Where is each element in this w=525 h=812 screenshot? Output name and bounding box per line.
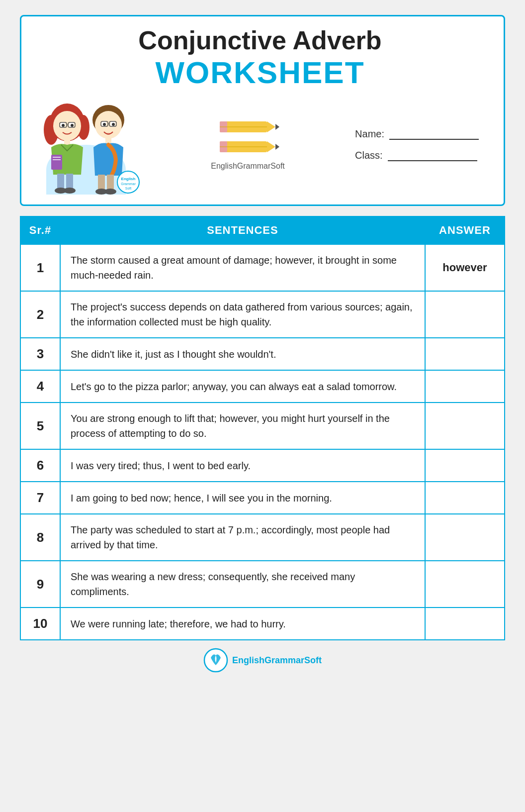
table-row: 10We were running late; therefore, we ha… bbox=[20, 608, 505, 640]
row-sentence: We were running late; therefore, we had … bbox=[60, 608, 425, 640]
svg-rect-15 bbox=[57, 174, 64, 190]
svg-marker-45 bbox=[275, 144, 279, 150]
table-row: 7I am going to bed now; hence, I will se… bbox=[20, 482, 505, 514]
row-sentence: She didn't like it, just as I thought sh… bbox=[60, 338, 425, 370]
table-header-row: Sr.# SENTENCES ANSWER bbox=[20, 216, 505, 244]
footer: EnglishGrammarSoft bbox=[203, 648, 322, 673]
title-line2: WORKSHEET bbox=[156, 55, 365, 90]
row-sr: 6 bbox=[20, 449, 60, 482]
table-row: 1The storm caused a great amount of dama… bbox=[20, 244, 505, 291]
row-sentence: The party was scheduled to start at 7 p.… bbox=[60, 514, 425, 561]
row-sr: 4 bbox=[20, 370, 60, 403]
row-sentence: Let's go to the pizza parlor; anyway, yo… bbox=[60, 370, 425, 403]
footer-brand: EnglishGrammarSoft bbox=[232, 655, 322, 666]
cartoon-illustration: English Grammar Soft bbox=[31, 95, 141, 195]
row-sr: 5 bbox=[20, 403, 60, 449]
svg-text:Soft: Soft bbox=[125, 187, 132, 190]
brand-label: EnglishGrammarSoft bbox=[211, 162, 285, 171]
footer-logo-icon bbox=[203, 648, 228, 673]
svg-rect-16 bbox=[66, 174, 73, 190]
table-row: 6I was very tired; thus, I went to bed e… bbox=[20, 449, 505, 482]
row-sr: 9 bbox=[20, 561, 60, 608]
title-line1: Conjunctive Adverb bbox=[138, 26, 381, 55]
row-sentence: The storm caused a great amount of damag… bbox=[60, 244, 425, 291]
svg-text:Grammar: Grammar bbox=[121, 182, 136, 186]
svg-point-18 bbox=[64, 188, 76, 194]
svg-point-23 bbox=[103, 123, 106, 126]
table-row: 9She was wearing a new dress; consequent… bbox=[20, 561, 505, 608]
svg-point-6 bbox=[62, 124, 65, 127]
svg-point-7 bbox=[71, 124, 74, 127]
table-row: 4Let's go to the pizza parlor; anyway, y… bbox=[20, 370, 505, 403]
name-label: Name: bbox=[355, 128, 384, 140]
row-sentence: She was wearing a new dress; consequentl… bbox=[60, 561, 425, 608]
pencil-decoration: EnglishGrammarSoft bbox=[211, 119, 285, 171]
table-row: 8The party was scheduled to start at 7 p… bbox=[20, 514, 505, 561]
row-answer bbox=[425, 561, 505, 608]
svg-rect-30 bbox=[107, 175, 114, 191]
header-sr: Sr.# bbox=[20, 216, 60, 244]
svg-marker-39 bbox=[267, 121, 275, 132]
row-sr: 8 bbox=[20, 514, 60, 561]
row-answer bbox=[425, 291, 505, 338]
row-sentence: You are strong enough to lift that; howe… bbox=[60, 403, 425, 449]
answer-text: however bbox=[442, 261, 487, 274]
name-underline[interactable] bbox=[389, 129, 479, 140]
svg-text:English: English bbox=[121, 177, 136, 181]
row-answer bbox=[425, 403, 505, 449]
class-label: Class: bbox=[355, 150, 383, 161]
row-sentence: The project's success depends on data ga… bbox=[60, 291, 425, 338]
table-row: 2The project's success depends on data g… bbox=[20, 291, 505, 338]
row-answer bbox=[425, 338, 505, 370]
row-sr: 7 bbox=[20, 482, 60, 514]
svg-point-24 bbox=[112, 123, 115, 126]
row-answer bbox=[425, 482, 505, 514]
row-sr: 10 bbox=[20, 608, 60, 640]
svg-marker-40 bbox=[275, 124, 279, 130]
table-row: 3She didn't like it, just as I thought s… bbox=[20, 338, 505, 370]
header-answer: ANSWER bbox=[425, 216, 505, 244]
row-answer bbox=[425, 608, 505, 640]
row-answer bbox=[425, 514, 505, 561]
header-sentences: SENTENCES bbox=[60, 216, 425, 244]
row-answer bbox=[425, 370, 505, 403]
class-underline[interactable] bbox=[388, 150, 477, 161]
svg-rect-29 bbox=[98, 175, 105, 191]
svg-marker-44 bbox=[267, 141, 275, 152]
svg-point-3 bbox=[53, 111, 81, 141]
row-sr: 1 bbox=[20, 244, 60, 291]
svg-point-32 bbox=[104, 189, 116, 195]
row-sentence: I was very tired; thus, I went to bed ea… bbox=[60, 449, 425, 482]
row-answer bbox=[425, 449, 505, 482]
table-row: 5You are strong enough to lift that; how… bbox=[20, 403, 505, 449]
header-box: Conjunctive Adverb WORKSHEET bbox=[20, 15, 505, 206]
row-sr: 2 bbox=[20, 291, 60, 338]
row-sr: 3 bbox=[20, 338, 60, 370]
worksheet-table: Sr.# SENTENCES ANSWER 1The storm caused … bbox=[20, 216, 505, 640]
name-class-fields: Name: Class: bbox=[355, 128, 479, 161]
row-answer: however bbox=[425, 244, 505, 291]
row-sentence: I am going to bed now; hence, I will see… bbox=[60, 482, 425, 514]
